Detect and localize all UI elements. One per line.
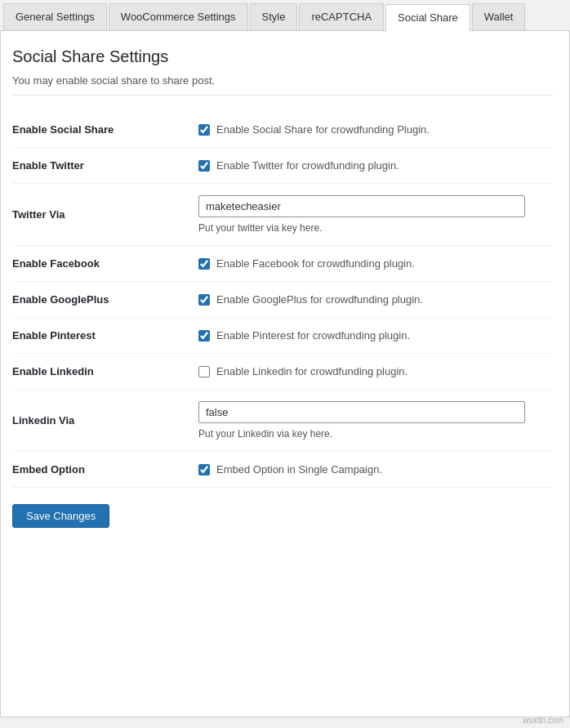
setting-label-enable-linkedin: Enable Linkedin [12,354,192,390]
settings-table: Enable Social ShareEnable Social Share f… [12,112,553,488]
setting-label-enable-pinterest: Enable Pinterest [12,318,192,354]
setting-row-twitter-via: Twitter ViaPut your twitter via key here… [12,184,553,246]
checkbox-label-enable-twitter: Enable Twitter for crowdfunding plugin. [216,159,399,172]
tab-style[interactable]: Style [250,3,298,30]
input-hint-linkedin-via: Put your Linkedin via key here. [198,428,546,440]
checkbox-label-enable-social-share: Enable Social Share for crowdfunding Plu… [216,123,430,136]
checkbox-enable-twitter[interactable] [198,160,210,172]
setting-label-enable-twitter: Enable Twitter [12,148,192,184]
save-button[interactable]: Save Changes [12,504,109,528]
setting-row-enable-googleplus: Enable GooglePlusEnable GooglePlus for c… [12,282,553,318]
setting-label-twitter-via: Twitter Via [12,184,192,246]
page-title: Social Share Settings [12,47,553,66]
checkbox-label-enable-googleplus: Enable GooglePlus for crowdfunding plugi… [216,293,423,306]
setting-label-enable-social-share: Enable Social Share [12,112,192,148]
setting-row-embed-option: Embed OptionEmbed Option in Single Campa… [12,452,553,488]
checkbox-enable-facebook[interactable] [198,258,210,270]
setting-row-enable-linkedin: Enable LinkedinEnable Linkedin for crowd… [12,354,553,390]
setting-row-enable-twitter: Enable TwitterEnable Twitter for crowdfu… [12,148,553,184]
footer-credit: wsxdn.com [523,716,563,725]
page-description: You may enable social share to share pos… [12,74,553,96]
setting-label-enable-facebook: Enable Facebook [12,246,192,282]
tab-general[interactable]: General Settings [3,3,107,30]
setting-row-enable-facebook: Enable FacebookEnable Facebook for crowd… [12,246,553,282]
checkbox-enable-pinterest[interactable] [198,330,210,342]
setting-value-enable-linkedin: Enable Linkedin for crowdfunding plugin. [192,354,553,390]
setting-value-twitter-via: Put your twitter via key here. [192,184,553,246]
setting-label-embed-option: Embed Option [12,452,192,488]
checkbox-label-enable-facebook: Enable Facebook for crowdfunding plugin. [216,257,415,270]
setting-row-enable-social-share: Enable Social ShareEnable Social Share f… [12,112,553,148]
checkbox-embed-option[interactable] [198,464,210,476]
setting-value-enable-googleplus: Enable GooglePlus for crowdfunding plugi… [192,282,553,318]
checkbox-label-embed-option: Embed Option in Single Campaign. [216,463,382,476]
input-twitter-via[interactable] [198,195,525,217]
tab-woocommerce[interactable]: WooCommerce Settings [109,3,248,30]
setting-label-linkedin-via: Linkedin Via [12,390,192,452]
input-linkedin-via[interactable] [198,401,525,423]
tab-recaptcha[interactable]: reCAPTCHA [299,3,384,30]
setting-row-linkedin-via: Linkedin ViaPut your Linkedin via key he… [12,390,553,452]
setting-value-enable-pinterest: Enable Pinterest for crowdfunding plugin… [192,318,553,354]
setting-value-linkedin-via: Put your Linkedin via key here. [192,390,553,452]
setting-value-enable-social-share: Enable Social Share for crowdfunding Plu… [192,112,553,148]
checkbox-label-enable-pinterest: Enable Pinterest for crowdfunding plugin… [216,329,410,342]
checkbox-enable-linkedin[interactable] [198,366,210,377]
checkbox-enable-googleplus[interactable] [198,294,210,306]
checkbox-enable-social-share[interactable] [198,124,210,136]
setting-label-enable-googleplus: Enable GooglePlus [12,282,192,318]
input-hint-twitter-via: Put your twitter via key here. [198,222,546,234]
settings-content: Social Share Settings You may enable soc… [0,31,570,717]
tab-social-share[interactable]: Social Share [385,4,470,31]
tabs-bar: General SettingsWooCommerce SettingsStyl… [0,0,570,31]
setting-value-enable-twitter: Enable Twitter for crowdfunding plugin. [192,148,553,184]
checkbox-label-enable-linkedin: Enable Linkedin for crowdfunding plugin. [216,365,407,377]
setting-value-embed-option: Embed Option in Single Campaign. [192,452,553,488]
setting-value-enable-facebook: Enable Facebook for crowdfunding plugin. [192,246,553,282]
setting-row-enable-pinterest: Enable PinterestEnable Pinterest for cro… [12,318,553,354]
tab-wallet[interactable]: Wallet [472,3,526,30]
